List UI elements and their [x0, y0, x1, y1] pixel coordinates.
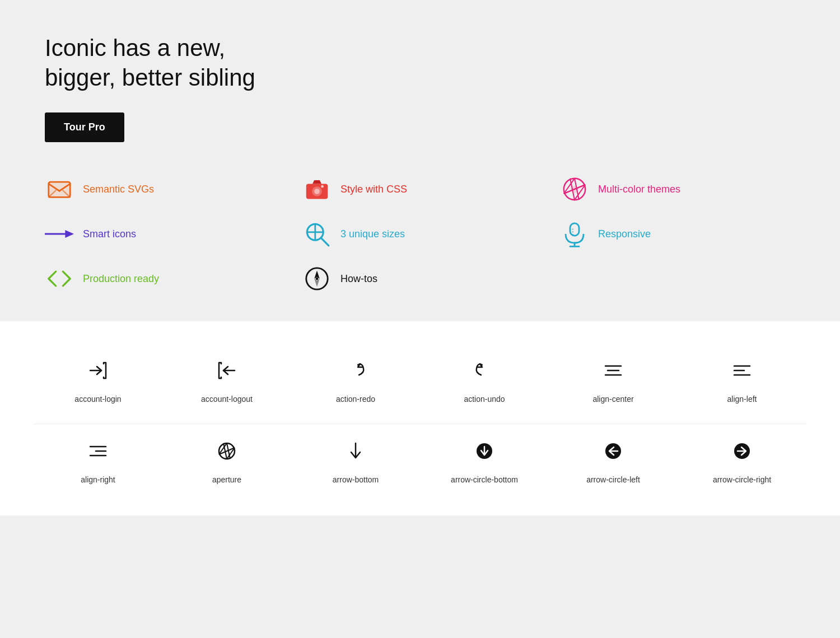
icon-glyph-arrow-circle-right	[732, 441, 752, 464]
icon-label-action-undo: action-undo	[464, 395, 505, 404]
features-grid: Semantic SVGs Style with CSS Multi-color…	[45, 175, 795, 293]
icon-label-align-right: align-right	[81, 475, 115, 484]
svg-point-4	[314, 189, 320, 194]
svg-point-5	[321, 185, 324, 188]
svg-point-13	[571, 186, 578, 193]
feature-label-multi-color-themes: Multi-color themes	[598, 184, 680, 195]
icon-label-account-login: account-login	[74, 395, 121, 404]
icon-label-arrow-circle-bottom: arrow-circle-bottom	[451, 475, 518, 484]
feature-label-semantic-svgs: Semantic SVGs	[83, 184, 154, 195]
feature-item-smart-icons: Smart icons	[45, 219, 280, 248]
icon-cell-align-left[interactable]: align-left	[678, 344, 806, 424]
icon-label-aperture: aperture	[212, 475, 241, 484]
icon-glyph-align-left	[732, 360, 752, 383]
icon-glyph-action-redo	[346, 360, 366, 383]
feature-icon-multi-color-themes	[560, 175, 589, 204]
icon-label-align-left: align-left	[727, 395, 757, 404]
feature-icon-style-with-css	[302, 175, 332, 204]
icons-row-2: align-right aperture arrow-bottom arrow-…	[34, 424, 806, 504]
icon-label-action-redo: action-redo	[336, 395, 375, 404]
feature-item-semantic-svgs: Semantic SVGs	[45, 175, 280, 204]
icon-cell-arrow-circle-left[interactable]: arrow-circle-left	[549, 424, 678, 504]
icon-cell-aperture[interactable]: aperture	[162, 424, 291, 504]
icon-cell-account-logout[interactable]: account-logout	[162, 344, 291, 424]
feature-icon-responsive	[560, 219, 589, 248]
icon-cell-action-undo[interactable]: action-undo	[420, 344, 549, 424]
svg-marker-15	[65, 230, 74, 238]
feature-item-production-ready: Production ready	[45, 264, 280, 293]
feature-label-production-ready: Production ready	[83, 273, 159, 285]
svg-point-29	[316, 278, 319, 280]
icons-section: account-login account-logout action-redo…	[0, 321, 840, 515]
hero-title: Iconic has a new, bigger, better sibling	[45, 34, 795, 92]
icon-glyph-arrow-circle-left	[603, 441, 623, 464]
feature-label-how-tos: How-tos	[340, 273, 377, 285]
icon-glyph-account-login	[88, 360, 108, 383]
svg-rect-23	[572, 228, 573, 229]
feature-item-multi-color-themes: Multi-color themes	[560, 175, 795, 204]
icon-label-arrow-circle-right: arrow-circle-right	[713, 475, 771, 484]
tour-pro-button[interactable]: Tour Pro	[45, 112, 124, 142]
svg-rect-25	[572, 234, 573, 235]
hero-title-line2: bigger, better sibling	[45, 64, 255, 91]
svg-line-19	[321, 238, 329, 246]
feature-label-3-unique-sizes: 3 unique sizes	[340, 228, 405, 240]
icon-cell-action-redo[interactable]: action-redo	[291, 344, 420, 424]
icon-glyph-account-logout	[217, 360, 237, 383]
icon-cell-align-center[interactable]: align-center	[549, 344, 678, 424]
feature-item-responsive: Responsive	[560, 219, 795, 248]
icon-glyph-align-right	[88, 441, 108, 464]
icon-glyph-action-undo	[474, 360, 494, 383]
feature-label-style-with-css: Style with CSS	[340, 184, 407, 195]
icon-label-align-center: align-center	[592, 395, 633, 404]
hero-section: Iconic has a new, bigger, better sibling…	[0, 0, 840, 321]
feature-item-style-with-css: Style with CSS	[302, 175, 538, 204]
icon-glyph-arrow-circle-bottom	[474, 441, 494, 464]
icon-cell-arrow-bottom[interactable]: arrow-bottom	[291, 424, 420, 504]
icon-cell-arrow-circle-bottom[interactable]: arrow-circle-bottom	[420, 424, 549, 504]
icons-row-1: account-login account-logout action-redo…	[34, 344, 806, 424]
feature-icon-smart-icons	[45, 219, 74, 248]
icon-cell-account-login[interactable]: account-login	[34, 344, 162, 424]
feature-icon-production-ready	[45, 264, 74, 293]
feature-icon-how-tos	[302, 264, 332, 293]
hero-title-line1: Iconic has a new,	[45, 35, 225, 61]
feature-item-3-unique-sizes: 3 unique sizes	[302, 219, 538, 248]
feature-label-smart-icons: Smart icons	[83, 228, 136, 240]
svg-rect-20	[570, 223, 579, 236]
icon-glyph-arrow-bottom	[346, 441, 366, 464]
svg-rect-24	[572, 231, 573, 232]
icon-cell-align-right[interactable]: align-right	[34, 424, 162, 504]
icon-glyph-aperture	[217, 441, 237, 464]
icon-label-arrow-bottom: arrow-bottom	[333, 475, 379, 484]
feature-icon-semantic-svgs	[45, 175, 74, 204]
feature-label-responsive: Responsive	[598, 228, 651, 240]
feature-item-how-tos: How-tos	[302, 264, 538, 293]
icon-glyph-align-center	[603, 360, 623, 383]
icon-label-arrow-circle-left: arrow-circle-left	[586, 475, 640, 484]
icon-cell-arrow-circle-right[interactable]: arrow-circle-right	[678, 424, 806, 504]
feature-icon-3-unique-sizes	[302, 219, 332, 248]
icon-label-account-logout: account-logout	[201, 395, 253, 404]
